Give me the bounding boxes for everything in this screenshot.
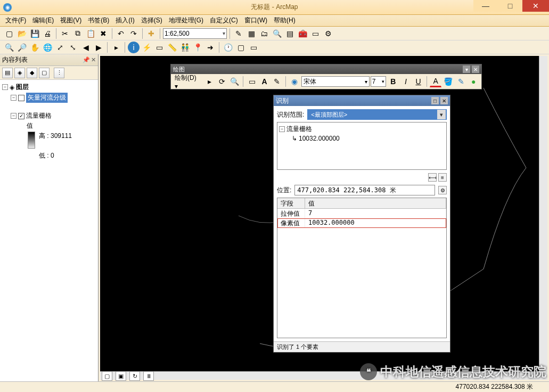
expand-icon[interactable]: −: [279, 126, 285, 132]
identify-restore-icon[interactable]: □: [431, 97, 439, 104]
menu-help[interactable]: 帮助(H): [271, 15, 299, 26]
identify-button[interactable]: i: [128, 42, 140, 53]
viewer-button[interactable]: ▭: [248, 42, 259, 53]
python-button[interactable]: ▭: [309, 28, 321, 39]
drawing-close-icon[interactable]: ✕: [472, 66, 479, 73]
layer-checkbox[interactable]: [18, 113, 24, 119]
zoom-tool-icon[interactable]: 🔍: [229, 76, 241, 87]
paste-button[interactable]: 📋: [85, 28, 96, 39]
arccatalog-button[interactable]: ▤: [284, 28, 296, 39]
catalog-button[interactable]: 🗂: [258, 28, 270, 39]
next-extent-button[interactable]: ▶: [93, 42, 104, 53]
measure-button[interactable]: 📏: [166, 42, 178, 53]
open-button[interactable]: 📂: [16, 28, 28, 39]
window-minimize-button[interactable]: —: [473, 0, 498, 12]
window-close-button[interactable]: ✕: [522, 0, 549, 12]
identify-titlebar[interactable]: 识别 □✕: [274, 95, 450, 106]
data-view-tab[interactable]: ▢: [102, 371, 112, 381]
drawing-toolbar-title[interactable]: 绘图 ▾✕: [171, 64, 481, 74]
grid-header-value[interactable]: 值: [305, 198, 446, 208]
redo-button[interactable]: ↷: [128, 28, 140, 39]
pause-tab[interactable]: ⏸: [143, 371, 154, 381]
marker-color-button[interactable]: ●: [468, 76, 479, 87]
menu-file[interactable]: 文件(F): [2, 15, 29, 26]
drawing-dropdown-icon[interactable]: ▾: [463, 66, 470, 73]
menu-view[interactable]: 视图(V): [57, 15, 85, 26]
identify-prev-icon[interactable]: ⟻: [428, 173, 437, 182]
zoom-in-button[interactable]: 🔍: [3, 42, 15, 53]
identify-result-tree[interactable]: −流量栅格 ↳10032.000000: [277, 122, 447, 170]
grid-header-field[interactable]: 字段: [277, 198, 305, 208]
select-elements-button[interactable]: ▸: [110, 42, 122, 53]
expand-icon[interactable]: −: [11, 113, 17, 119]
toc-button[interactable]: ▦: [245, 28, 257, 39]
identify-close-icon[interactable]: ✕: [440, 97, 448, 104]
expand-icon[interactable]: −: [2, 84, 8, 90]
fill-color-button[interactable]: 🪣: [443, 76, 454, 87]
fixed-zoom-out-button[interactable]: ⤡: [67, 42, 79, 53]
full-extent-button[interactable]: 🌐: [42, 42, 53, 53]
add-data-button[interactable]: ✚: [145, 28, 157, 39]
layer-checkbox[interactable]: [18, 95, 24, 101]
font-size-combo[interactable]: 7▾: [371, 76, 387, 87]
map-horizontal-scrollbar[interactable]: [100, 371, 539, 380]
hyperlink-button[interactable]: ⚡: [141, 42, 152, 53]
menu-geoprocessing[interactable]: 地理处理(G): [166, 15, 207, 26]
location-value[interactable]: 477,020.834 222,584.308 米: [294, 185, 435, 195]
toc-list-by-visibility-button[interactable]: ◆: [27, 68, 37, 78]
layout-view-tab[interactable]: ▣: [116, 371, 126, 381]
toc-tree[interactable]: − ◈ 图层 − 矢量河流分级 − 流量栅格 值 高 : 309111: [0, 80, 98, 381]
create-viewer-button[interactable]: ▢: [235, 42, 247, 53]
cut-button[interactable]: ✂: [59, 28, 71, 39]
draw-menu[interactable]: 绘制(D) ▾: [173, 74, 202, 90]
menu-insert[interactable]: 插入(I): [112, 15, 137, 26]
menu-customize[interactable]: 自定义(C): [207, 15, 241, 26]
toc-close-icon[interactable]: ✕: [91, 56, 96, 63]
zoom-out-button[interactable]: 🔎: [16, 42, 28, 53]
menu-windows[interactable]: 窗口(W): [241, 15, 271, 26]
pan-button[interactable]: ✋: [29, 42, 40, 53]
time-slider-button[interactable]: 🕐: [222, 42, 234, 53]
window-maximize-button[interactable]: □: [498, 0, 522, 12]
edit-vertices-icon[interactable]: ✎: [272, 76, 283, 87]
toc-list-by-drawing-button[interactable]: ▤: [2, 68, 13, 78]
font-combo[interactable]: 宋体: [301, 76, 370, 87]
identify-layer-combo[interactable]: <最顶部图层>: [307, 109, 447, 120]
toolbox-button[interactable]: 🧰: [297, 28, 308, 39]
toc-list-by-source-button[interactable]: ◈: [14, 68, 25, 78]
result-layer-node[interactable]: 流量栅格: [286, 125, 312, 134]
line-color-button[interactable]: ✎: [455, 76, 467, 87]
goto-xy-button[interactable]: ➜: [204, 42, 216, 53]
save-button[interactable]: 💾: [29, 28, 40, 39]
map-vertical-scrollbar[interactable]: [539, 56, 547, 371]
print-button[interactable]: 🖨: [42, 28, 53, 39]
select-tool-icon[interactable]: ▸: [203, 76, 215, 87]
scale-combo[interactable]: 1:62,500: [163, 28, 227, 39]
html-popup-button[interactable]: ▭: [153, 42, 165, 53]
toc-options-button[interactable]: ⋮: [54, 68, 64, 78]
menu-selection[interactable]: 选择(S): [138, 15, 166, 26]
bold-button[interactable]: B: [387, 76, 399, 87]
modelbuilder-button[interactable]: ⚙: [322, 28, 334, 39]
search-button[interactable]: 🔍: [271, 28, 283, 39]
expand-icon[interactable]: −: [11, 95, 17, 101]
delete-button[interactable]: ✖: [97, 28, 109, 39]
drawing-toolbar[interactable]: 绘图 ▾✕ 绘制(D) ▾ ▸ ⟳ 🔍 ▭ A ✎ ◉ 宋体 7▾ B I U …: [170, 64, 482, 89]
menu-bookmarks[interactable]: 书签(B): [85, 15, 112, 26]
result-value-node[interactable]: 10032.000000: [299, 135, 340, 142]
fixed-zoom-in-button[interactable]: ⤢: [54, 42, 66, 53]
toc-pin-icon[interactable]: 📌: [83, 56, 90, 63]
layer-flow-raster[interactable]: 流量栅格: [26, 111, 52, 120]
layer-vector-rivers[interactable]: 矢量河流分级: [26, 93, 68, 103]
editor-toolbar-button[interactable]: ✎: [233, 28, 244, 39]
identify-window[interactable]: 识别 □✕ 识别范围: <最顶部图层> −流量栅格 ↳10032.000000 …: [273, 95, 450, 353]
italic-button[interactable]: I: [400, 76, 412, 87]
font-color-button[interactable]: A: [430, 76, 441, 87]
toc-list-by-selection-button[interactable]: ▢: [39, 68, 50, 78]
find-route-button[interactable]: 📍: [192, 42, 203, 53]
refresh-tab[interactable]: ↻: [129, 371, 140, 381]
text-tool-icon[interactable]: A: [259, 76, 271, 87]
prev-extent-button[interactable]: ◀: [80, 42, 92, 53]
underline-button[interactable]: U: [413, 76, 424, 87]
identify-attributes-grid[interactable]: 字段 值 拉伸值 7 像素值 10032.000000: [277, 198, 447, 338]
